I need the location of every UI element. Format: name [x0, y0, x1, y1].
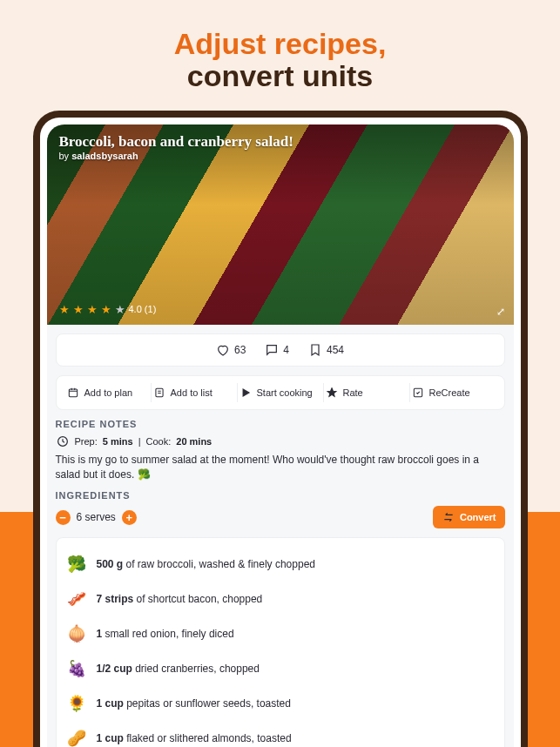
ingredients-section: INGREDIENTS − 6 serves + Convert 🥦500 g …	[56, 490, 505, 747]
bookmark-icon	[308, 343, 322, 357]
serves-control: − 6 serves +	[56, 510, 137, 525]
headline-l2: convert units	[0, 60, 560, 92]
ingredient-icon: 🍇	[67, 659, 86, 678]
star-icon: ★	[59, 303, 70, 316]
list-icon	[153, 387, 165, 399]
device-frame: Broccoli, bacon and cranberry salad! by …	[33, 111, 528, 747]
swap-icon	[442, 510, 455, 524]
notes-heading: RECIPE NOTES	[56, 419, 505, 429]
star-icon: ★	[115, 303, 125, 316]
headline-l1: Adjust recipes,	[0, 28, 560, 60]
calendar-icon	[67, 387, 79, 399]
bookmark-button[interactable]: 454	[308, 343, 344, 357]
ingredient-item: 🍇1/2 cup dried cranberries, chopped	[67, 651, 494, 686]
convert-button[interactable]: Convert	[433, 506, 505, 528]
add-to-plan-button[interactable]: Add to plan	[65, 383, 152, 402]
recipe-hero: Broccoli, bacon and cranberry salad! by …	[47, 124, 514, 325]
recreate-button[interactable]: ReCreate	[410, 383, 496, 402]
svg-rect-0	[69, 389, 77, 397]
star-icon: ★	[87, 303, 98, 316]
ingredient-item: 🥓7 strips of shortcut bacon, chopped	[67, 582, 494, 616]
star-icon: ★	[101, 303, 111, 316]
ingredient-icon: 🥦	[67, 555, 86, 574]
add-to-list-button[interactable]: Add to list	[152, 383, 238, 402]
recipe-notes: RECIPE NOTES Prep: 5 mins | Cook: 20 min…	[56, 419, 505, 482]
actions-card: Add to plan Add to list Start cooking Ra…	[56, 375, 505, 410]
rate-button[interactable]: Rate	[324, 383, 410, 402]
ingredient-item: 🥦500 g of raw broccoli, washed & finely …	[67, 547, 494, 582]
ingredient-item: 🥜1 cup flaked or slithered almonds, toas…	[67, 721, 494, 747]
ingredient-icon: 🧅	[67, 624, 86, 643]
decrease-serves-button[interactable]: −	[56, 510, 71, 525]
star-icon: ★	[73, 303, 84, 316]
expand-icon[interactable]: ⤢	[496, 306, 505, 318]
rating-text: 4.0 (1)	[129, 304, 157, 314]
ingredient-icon: 🥓	[67, 589, 86, 609]
like-button[interactable]: 63	[216, 343, 246, 357]
recipe-byline: by saladsbysarah	[59, 151, 138, 161]
start-cooking-button[interactable]: Start cooking	[238, 383, 324, 402]
comment-icon	[265, 343, 279, 357]
headline: Adjust recipes, convert units	[0, 0, 560, 93]
ingredient-icon: 🥜	[67, 729, 86, 747]
serves-label: 6 serves	[77, 511, 116, 523]
rating[interactable]: ★ ★ ★ ★ ★ 4.0 (1)	[59, 303, 157, 316]
app-screen: Broccoli, bacon and cranberry salad! by …	[47, 124, 514, 747]
recreate-icon	[412, 387, 424, 399]
ingredients-list: 🥦500 g of raw broccoli, washed & finely …	[56, 537, 505, 747]
star-icon	[326, 387, 338, 399]
increase-serves-button[interactable]: +	[122, 510, 137, 525]
svg-rect-1	[155, 388, 162, 396]
play-icon	[240, 387, 252, 399]
comments-button[interactable]: 4	[265, 343, 289, 357]
ingredient-item: 🧅1 small red onion, finely diced	[67, 616, 494, 651]
notes-body: This is my go to summer salad at the mom…	[56, 453, 505, 482]
recipe-title: Broccoli, bacon and cranberry salad!	[59, 133, 293, 151]
ingredient-item: 🌻1 cup pepitas or sunflower seeds, toast…	[67, 686, 494, 721]
ingredient-icon: 🌻	[67, 694, 86, 713]
ingredients-heading: INGREDIENTS	[56, 490, 505, 501]
social-card: 63 4 454	[56, 333, 505, 367]
clock-icon	[56, 434, 70, 448]
heart-icon	[216, 343, 230, 357]
